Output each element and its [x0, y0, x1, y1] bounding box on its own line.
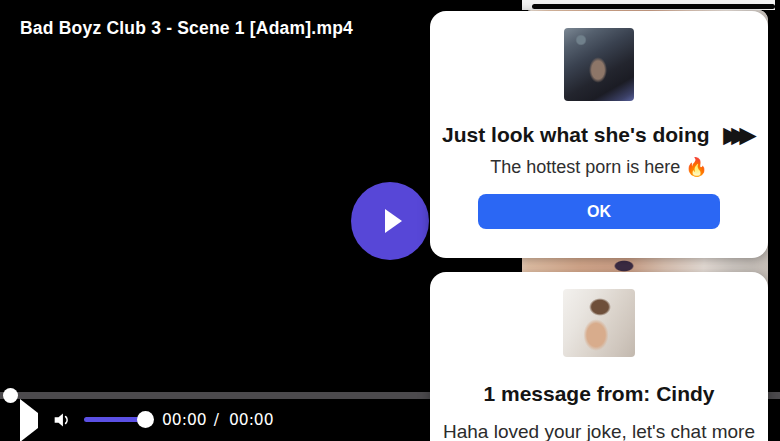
- time-display: 00:00 / 00:00: [162, 411, 274, 429]
- sidebar-top-strip: [522, 0, 775, 10]
- popup-message[interactable]: 1 message from: Cindy Haha loved your jo…: [430, 272, 768, 441]
- play-button[interactable]: [18, 406, 40, 434]
- big-play-button[interactable]: [351, 182, 429, 260]
- volume-handle[interactable]: [137, 411, 154, 428]
- message-text: Haha loved your joke, let's chat more: [443, 420, 755, 441]
- top-divider-bar: [532, 4, 775, 9]
- offer-subtext: The hottest porn is here 🔥: [490, 156, 708, 178]
- volume-slider[interactable]: [84, 417, 145, 422]
- volume-button[interactable]: [51, 409, 73, 431]
- seek-handle[interactable]: [3, 388, 18, 403]
- triple-play-arrows-icon: ▶▶▶: [723, 123, 755, 146]
- play-icon: [20, 399, 38, 441]
- time-separator: /: [214, 411, 219, 429]
- current-time: 00:00: [162, 411, 207, 429]
- popup-offer: Just look what she's doing ▶▶▶ The hotte…: [430, 11, 768, 258]
- speaker-icon: [51, 409, 73, 431]
- offer-heading-text: Just look what she's doing: [442, 123, 710, 146]
- duration: 00:00: [229, 411, 274, 429]
- offer-heading: Just look what she's doing ▶▶▶: [442, 122, 756, 148]
- ok-button[interactable]: OK: [478, 194, 720, 229]
- message-thumbnail-image[interactable]: [563, 289, 635, 357]
- offer-thumbnail-image[interactable]: [564, 28, 634, 101]
- message-heading: 1 message from: Cindy: [483, 381, 714, 407]
- video-title: Bad Boyz Club 3 - Scene 1 [Adam].mp4: [20, 18, 353, 39]
- play-icon: [385, 209, 402, 233]
